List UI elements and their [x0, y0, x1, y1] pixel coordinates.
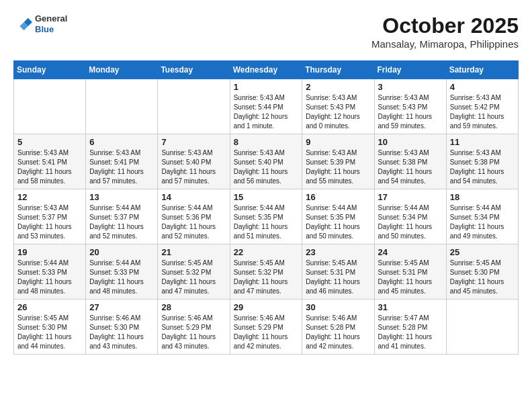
- calendar-cell: 30Sunrise: 5:46 AM Sunset: 5:28 PM Dayli…: [302, 300, 374, 355]
- calendar-cell: [14, 79, 86, 134]
- day-info: Sunrise: 5:43 AM Sunset: 5:42 PM Dayligh…: [450, 93, 515, 131]
- calendar-cell: 23Sunrise: 5:45 AM Sunset: 5:31 PM Dayli…: [302, 244, 374, 300]
- calendar-cell: 9Sunrise: 5:43 AM Sunset: 5:39 PM Daylig…: [302, 134, 374, 189]
- day-info: Sunrise: 5:45 AM Sunset: 5:31 PM Dayligh…: [378, 259, 443, 296]
- day-number: 5: [17, 137, 82, 147]
- calendar-cell: 25Sunrise: 5:45 AM Sunset: 5:30 PM Dayli…: [446, 244, 518, 300]
- weekday-header-row: SundayMondayTuesdayWednesdayThursdayFrid…: [14, 61, 519, 79]
- day-info: Sunrise: 5:44 AM Sunset: 5:35 PM Dayligh…: [306, 203, 370, 241]
- day-info: Sunrise: 5:47 AM Sunset: 5:28 PM Dayligh…: [378, 314, 443, 351]
- calendar-cell: 31Sunrise: 5:47 AM Sunset: 5:28 PM Dayli…: [374, 300, 446, 355]
- calendar-cell: 3Sunrise: 5:43 AM Sunset: 5:43 PM Daylig…: [374, 79, 446, 134]
- day-info: Sunrise: 5:46 AM Sunset: 5:29 PM Dayligh…: [234, 314, 299, 351]
- day-number: 29: [234, 302, 299, 312]
- day-info: Sunrise: 5:45 AM Sunset: 5:31 PM Dayligh…: [306, 259, 370, 296]
- weekday-header-thursday: Thursday: [302, 61, 374, 79]
- day-info: Sunrise: 5:43 AM Sunset: 5:40 PM Dayligh…: [161, 148, 226, 186]
- day-info: Sunrise: 5:43 AM Sunset: 5:41 PM Dayligh…: [17, 148, 82, 186]
- day-number: 31: [378, 302, 443, 312]
- calendar-cell: 12Sunrise: 5:43 AM Sunset: 5:37 PM Dayli…: [14, 189, 86, 244]
- calendar-cell: 8Sunrise: 5:43 AM Sunset: 5:40 PM Daylig…: [230, 134, 302, 189]
- calendar-week-row: 5Sunrise: 5:43 AM Sunset: 5:41 PM Daylig…: [14, 134, 519, 189]
- calendar-cell: [446, 300, 518, 355]
- day-info: Sunrise: 5:44 AM Sunset: 5:35 PM Dayligh…: [234, 203, 299, 241]
- day-info: Sunrise: 5:44 AM Sunset: 5:33 PM Dayligh…: [17, 259, 82, 296]
- day-info: Sunrise: 5:46 AM Sunset: 5:28 PM Dayligh…: [306, 314, 370, 351]
- calendar: SundayMondayTuesdayWednesdayThursdayFrid…: [13, 60, 519, 355]
- day-info: Sunrise: 5:44 AM Sunset: 5:34 PM Dayligh…: [378, 203, 443, 241]
- calendar-week-row: 12Sunrise: 5:43 AM Sunset: 5:37 PM Dayli…: [14, 189, 519, 244]
- day-number: 15: [234, 192, 299, 202]
- calendar-cell: 22Sunrise: 5:45 AM Sunset: 5:32 PM Dayli…: [230, 244, 302, 300]
- calendar-cell: 28Sunrise: 5:46 AM Sunset: 5:29 PM Dayli…: [158, 300, 230, 355]
- weekday-header-friday: Friday: [374, 61, 446, 79]
- day-number: 7: [161, 137, 226, 147]
- calendar-cell: 20Sunrise: 5:44 AM Sunset: 5:33 PM Dayli…: [86, 244, 158, 300]
- day-info: Sunrise: 5:43 AM Sunset: 5:41 PM Dayligh…: [89, 148, 154, 186]
- weekday-header-saturday: Saturday: [446, 61, 518, 79]
- day-number: 2: [306, 82, 370, 92]
- title-block: October 2025 Mansalay, Mimaropa, Philipp…: [371, 13, 519, 50]
- day-number: 8: [234, 137, 299, 147]
- day-number: 24: [378, 247, 443, 257]
- day-number: 9: [306, 137, 370, 147]
- calendar-cell: [158, 79, 230, 134]
- calendar-cell: 18Sunrise: 5:44 AM Sunset: 5:34 PM Dayli…: [446, 189, 518, 244]
- day-info: Sunrise: 5:43 AM Sunset: 5:38 PM Dayligh…: [450, 148, 515, 186]
- calendar-cell: 5Sunrise: 5:43 AM Sunset: 5:41 PM Daylig…: [14, 134, 86, 189]
- day-info: Sunrise: 5:43 AM Sunset: 5:40 PM Dayligh…: [234, 148, 299, 186]
- day-info: Sunrise: 5:44 AM Sunset: 5:34 PM Dayligh…: [450, 203, 515, 241]
- day-number: 28: [161, 302, 226, 312]
- weekday-header-monday: Monday: [86, 61, 158, 79]
- day-info: Sunrise: 5:46 AM Sunset: 5:30 PM Dayligh…: [89, 314, 154, 351]
- calendar-cell: 15Sunrise: 5:44 AM Sunset: 5:35 PM Dayli…: [230, 189, 302, 244]
- calendar-cell: 10Sunrise: 5:43 AM Sunset: 5:38 PM Dayli…: [374, 134, 446, 189]
- calendar-cell: [86, 79, 158, 134]
- day-number: 13: [89, 192, 154, 202]
- day-number: 18: [450, 192, 515, 202]
- calendar-week-row: 19Sunrise: 5:44 AM Sunset: 5:33 PM Dayli…: [14, 244, 519, 300]
- day-info: Sunrise: 5:45 AM Sunset: 5:30 PM Dayligh…: [450, 259, 515, 296]
- calendar-cell: 7Sunrise: 5:43 AM Sunset: 5:40 PM Daylig…: [158, 134, 230, 189]
- logo-blue: Blue: [35, 24, 67, 35]
- calendar-cell: 27Sunrise: 5:46 AM Sunset: 5:30 PM Dayli…: [86, 300, 158, 355]
- day-number: 26: [17, 302, 82, 312]
- weekday-header-wednesday: Wednesday: [230, 61, 302, 79]
- day-number: 17: [378, 192, 443, 202]
- weekday-header-sunday: Sunday: [14, 61, 86, 79]
- day-number: 23: [306, 247, 370, 257]
- month-title: October 2025: [371, 13, 519, 38]
- day-number: 11: [450, 137, 515, 147]
- day-number: 12: [17, 192, 82, 202]
- day-number: 10: [378, 137, 443, 147]
- calendar-cell: 26Sunrise: 5:45 AM Sunset: 5:30 PM Dayli…: [14, 300, 86, 355]
- calendar-cell: 6Sunrise: 5:43 AM Sunset: 5:41 PM Daylig…: [86, 134, 158, 189]
- day-number: 30: [306, 302, 370, 312]
- day-number: 4: [450, 82, 515, 92]
- logo: General Blue: [13, 13, 67, 34]
- day-info: Sunrise: 5:44 AM Sunset: 5:36 PM Dayligh…: [161, 203, 226, 241]
- day-number: 22: [234, 247, 299, 257]
- logo-general: General: [35, 13, 67, 24]
- day-info: Sunrise: 5:43 AM Sunset: 5:43 PM Dayligh…: [306, 93, 370, 131]
- day-number: 16: [306, 192, 370, 202]
- day-number: 14: [161, 192, 226, 202]
- logo-text: General Blue: [35, 13, 67, 34]
- calendar-week-row: 1Sunrise: 5:43 AM Sunset: 5:44 PM Daylig…: [14, 79, 519, 134]
- day-number: 25: [450, 247, 515, 257]
- day-info: Sunrise: 5:43 AM Sunset: 5:44 PM Dayligh…: [234, 93, 299, 131]
- day-number: 6: [89, 137, 154, 147]
- calendar-cell: 13Sunrise: 5:44 AM Sunset: 5:37 PM Dayli…: [86, 189, 158, 244]
- day-info: Sunrise: 5:46 AM Sunset: 5:29 PM Dayligh…: [161, 314, 226, 351]
- calendar-cell: 19Sunrise: 5:44 AM Sunset: 5:33 PM Dayli…: [14, 244, 86, 300]
- day-info: Sunrise: 5:44 AM Sunset: 5:37 PM Dayligh…: [89, 203, 154, 241]
- day-info: Sunrise: 5:45 AM Sunset: 5:32 PM Dayligh…: [161, 259, 226, 296]
- calendar-cell: 11Sunrise: 5:43 AM Sunset: 5:38 PM Dayli…: [446, 134, 518, 189]
- day-number: 20: [89, 247, 154, 257]
- weekday-header-tuesday: Tuesday: [158, 61, 230, 79]
- calendar-cell: 29Sunrise: 5:46 AM Sunset: 5:29 PM Dayli…: [230, 300, 302, 355]
- day-info: Sunrise: 5:43 AM Sunset: 5:38 PM Dayligh…: [378, 148, 443, 186]
- calendar-cell: 1Sunrise: 5:43 AM Sunset: 5:44 PM Daylig…: [230, 79, 302, 134]
- calendar-cell: 17Sunrise: 5:44 AM Sunset: 5:34 PM Dayli…: [374, 189, 446, 244]
- day-number: 27: [89, 302, 154, 312]
